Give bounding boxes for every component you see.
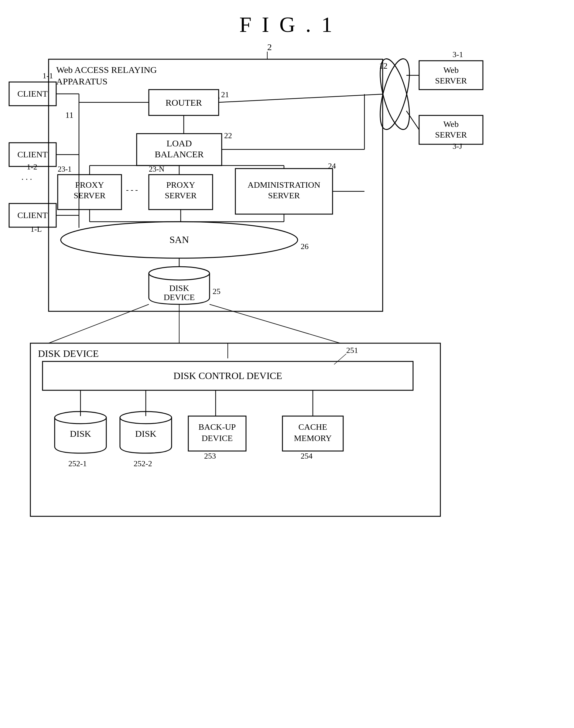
admin-label-line1: ADMINISTRATION — [248, 180, 320, 190]
ref-254-label: 254 — [301, 452, 313, 460]
ref-251-label: 251 — [346, 346, 358, 355]
ref-24-label: 24 — [328, 162, 336, 170]
admin-label-line2: SERVER — [268, 191, 300, 200]
ws1-label-line2: SERVER — [435, 76, 467, 85]
ref-3-1-label: 3-1 — [453, 50, 463, 59]
ws1-label-line1: Web — [443, 65, 459, 75]
ws1-box — [419, 61, 483, 90]
client-dots: · · · — [22, 175, 32, 184]
page-container: F I G . 1 2 Web ACCESS RELAYING APPARATU… — [0, 0, 574, 728]
san-label: SAN — [169, 234, 189, 245]
client3-box — [9, 203, 56, 227]
disk-bottom-curve — [149, 298, 210, 304]
disk-top-ellipse — [149, 267, 210, 280]
ref-22-label: 22 — [224, 131, 232, 140]
wara-label-line1: Web ACCESS RELAYING — [56, 65, 157, 75]
proxy2-label-line1: PROXY — [166, 180, 195, 190]
ws2-label-line1: Web — [443, 119, 459, 129]
admin-box — [235, 169, 333, 214]
diagram-svg: 2 Web ACCESS RELAYING APPARATUS 11 ROUTE… — [0, 0, 574, 728]
ref-26-label: 26 — [301, 242, 309, 251]
ref-23-1-label: 23-1 — [58, 165, 72, 173]
disk-device-outer-box — [30, 343, 440, 516]
ref-252-2-label: 252-2 — [134, 459, 152, 468]
backup-label-line2: DEVICE — [202, 433, 233, 443]
backup-box — [188, 416, 246, 451]
disk1-label: DISK — [70, 429, 91, 439]
ref-25-label: 25 — [213, 287, 220, 296]
expand-left — [49, 304, 149, 343]
svg-line-1 — [219, 96, 219, 99]
disk-device-outer-label: DISK DEVICE — [38, 348, 99, 359]
proxy1-label-line1: PROXY — [75, 180, 104, 190]
cache-label-line1: CACHE — [298, 422, 327, 432]
disk2-label: DISK — [135, 429, 156, 439]
client2-box — [9, 143, 56, 166]
dcd-label: DISK CONTROL DEVICE — [173, 370, 282, 381]
proxy-dots: - - - — [126, 185, 138, 194]
disk1-bottom — [55, 446, 106, 453]
page-title: F I G . 1 — [0, 0, 574, 46]
proxy2-label-line2: SERVER — [165, 191, 197, 200]
ref-12-label: 12 — [379, 61, 387, 71]
lb-label-line1: LOAD — [166, 138, 192, 148]
wara-box — [49, 59, 383, 311]
ref-1-l-label: 1-L — [30, 225, 42, 234]
client1-label: CLIENT — [17, 89, 48, 98]
disk-label-line1: DISK — [169, 283, 189, 293]
expand-right — [210, 304, 340, 343]
ref-11-label: 11 — [65, 110, 74, 120]
ws2-box — [419, 115, 483, 144]
proxy1-label-line2: SERVER — [74, 191, 106, 200]
disk1-top — [55, 411, 106, 424]
cache-label-line2: MEMORY — [294, 433, 332, 443]
lb-label-line2: BALANCER — [155, 149, 204, 159]
cache-box — [282, 416, 343, 451]
client2-label: CLIENT — [17, 150, 48, 159]
ref-23-n-label: 23-N — [149, 165, 164, 173]
disk-label-line2: DEVICE — [164, 292, 195, 302]
ref-1-2-label: 1-2 — [27, 162, 37, 171]
router-to-internet — [219, 94, 383, 103]
ref-253-label: 253 — [204, 452, 216, 460]
proxy2-box — [149, 175, 213, 210]
internet-to-ws2 — [406, 111, 419, 130]
internet-ellipse1 — [374, 56, 415, 132]
ref-252-1-label: 252-1 — [68, 459, 87, 468]
router-box — [149, 90, 219, 115]
internet-ellipse2 — [374, 56, 415, 132]
dcd-box — [43, 361, 413, 390]
ref-21-label: 21 — [221, 90, 229, 99]
lb-box — [137, 134, 222, 165]
ref-3-j-label: 3-J — [453, 142, 462, 151]
router-label: ROUTER — [166, 97, 202, 108]
san-ellipse — [61, 222, 298, 258]
ref-251-line — [334, 354, 346, 364]
wara-label-line2: APPARATUS — [56, 76, 108, 86]
client3-label: CLIENT — [17, 210, 48, 220]
proxy1-box — [58, 175, 121, 210]
ref-1-1-label: 1-1 — [43, 71, 53, 80]
disk2-bottom — [120, 446, 172, 453]
ws2-label-line2: SERVER — [435, 130, 467, 139]
client1-box — [9, 82, 56, 106]
disk2-top — [120, 411, 172, 424]
backup-label-line1: BACK-UP — [199, 422, 236, 432]
